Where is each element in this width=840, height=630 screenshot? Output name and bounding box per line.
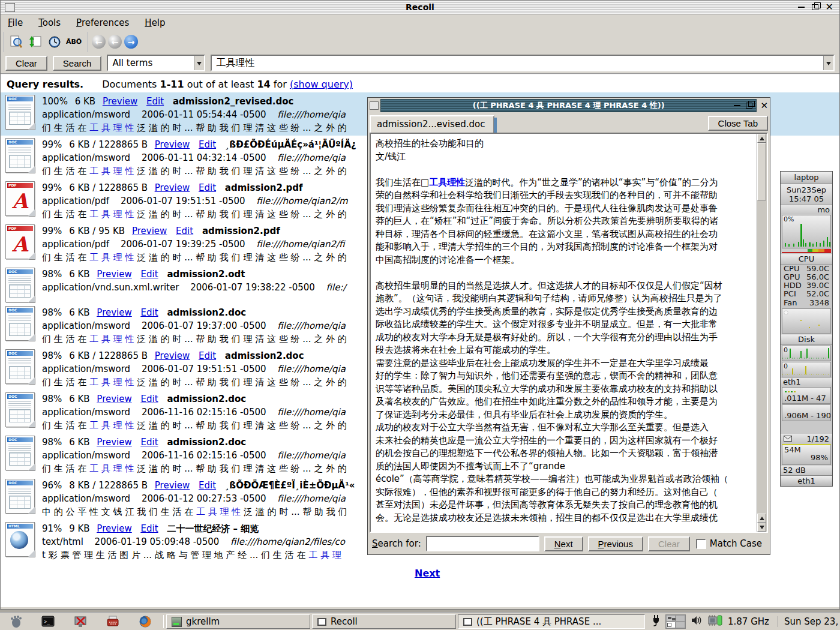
preview-link[interactable]: Preview: [155, 349, 190, 362]
preview-maximize-icon[interactable]: [746, 103, 752, 109]
menu-help[interactable]: Help: [145, 17, 165, 28]
volume-icon[interactable]: [691, 615, 703, 628]
result-snippet: 们 生 活 在 工 具 理 性 泛 滥 的 时 ... 帮 助 我 们 理 清 …: [42, 164, 356, 178]
preview-tab[interactable]: admission2...evised.doc: [370, 115, 494, 133]
edit-link[interactable]: Edit: [141, 392, 158, 406]
workspace-2[interactable]: [676, 615, 685, 622]
find-next-button[interactable]: Next: [544, 536, 583, 551]
scroll-up-icon[interactable]: [757, 514, 766, 523]
gkrellm-clock[interactable]: Sun23Sep 15:47 05: [781, 184, 832, 205]
preview-link[interactable]: Preview: [155, 138, 190, 151]
gkrellm-monitor: laptop Sun23Sep 15:47 05 mo 0% CPU: [780, 171, 833, 487]
result-snippet: 们 生 活 在 工 具 理 性 泛 滥 的 时 ... 帮 助 我 们 理 清 …: [42, 121, 354, 134]
power-plug-icon[interactable]: [651, 614, 661, 629]
preview-link[interactable]: Preview: [97, 436, 131, 449]
edit-link[interactable]: Edit: [199, 349, 216, 362]
net-tx-chart[interactable]: .906M - 190: [782, 404, 831, 421]
menu-preferences[interactable]: Preferences: [76, 17, 129, 28]
match-case-label: Match Case: [710, 538, 762, 549]
minimize-icon[interactable]: [798, 7, 805, 8]
preview-link[interactable]: Preview: [132, 224, 167, 238]
restore-icon[interactable]: [812, 4, 818, 10]
edit-link[interactable]: Edit: [176, 224, 193, 238]
document-text[interactable]: 高校招生的社会功能和目的 文/钱江 我们生活在□工具理性泛滥的时代。作为“世之显…: [371, 134, 757, 532]
preview-link[interactable]: Preview: [97, 392, 131, 406]
disk-write-chart[interactable]: 0: [782, 362, 831, 377]
scrollbar[interactable]: [757, 134, 767, 532]
disk-read-chart[interactable]: 0: [782, 346, 831, 361]
cpu-freq-icon[interactable]: [707, 614, 723, 629]
cpu-usage-chart[interactable]: 0%: [782, 215, 831, 248]
net-rx-chart[interactable]: .011M - 47: [782, 387, 831, 404]
modified-date: 2006-01-07 19:39:25 -0500: [121, 239, 245, 250]
chevron-down-icon[interactable]: [823, 56, 833, 70]
mail-row[interactable]: 1/192: [781, 434, 832, 443]
fan-chart[interactable]: [782, 308, 831, 334]
preview-link[interactable]: Preview: [97, 306, 131, 319]
clear-button[interactable]: Clear: [5, 56, 47, 71]
preview-titlebar[interactable]: ((工 PHRASE 4 具 PHRASE 4 理 PHRASE 4 性)) ✕: [370, 100, 768, 112]
edit-link[interactable]: Edit: [141, 268, 158, 281]
workspace-4[interactable]: [676, 622, 685, 628]
show-query-link[interactable]: (show query): [290, 79, 353, 90]
close-tab-button[interactable]: Close Tab: [708, 116, 768, 131]
workspace-3[interactable]: [666, 622, 676, 628]
panel-handle[interactable]: [163, 615, 164, 628]
preview-close-icon[interactable]: ✕: [760, 100, 768, 111]
edit-link[interactable]: Edit: [199, 479, 216, 492]
edit-link[interactable]: Edit: [141, 436, 158, 449]
next-page-icon[interactable]: →: [124, 35, 138, 49]
find-input[interactable]: [426, 536, 539, 551]
taskbar-clock[interactable]: Sun Sep 23, 3:47 PM: [778, 616, 840, 627]
preview-link[interactable]: Preview: [97, 522, 131, 535]
next-results-link[interactable]: Next: [415, 568, 440, 579]
edit-link[interactable]: Edit: [141, 522, 158, 535]
scroll-thumb[interactable]: [757, 143, 766, 200]
query-combobox[interactable]: [211, 55, 835, 71]
task-button[interactable]: ((工 PHRASE 4 具 PHRASE ...: [458, 614, 645, 629]
task-button[interactable]: Recoll: [312, 614, 456, 629]
preview-menu-icon[interactable]: [370, 101, 379, 110]
sort-parameters-icon[interactable]: [27, 34, 44, 50]
search-mode-select[interactable]: All terms: [107, 55, 205, 71]
preview-link[interactable]: Preview: [103, 95, 137, 108]
lock-screen-icon[interactable]: [73, 614, 88, 629]
menu-file[interactable]: File: [8, 17, 23, 28]
preview-link[interactable]: Preview: [155, 479, 190, 492]
window-titlebar[interactable]: Recoll ✕: [1, 1, 839, 14]
task-button[interactable]: gkrellm: [166, 614, 310, 629]
highlighted-term: 工 具 理 性: [89, 209, 134, 220]
search-input[interactable]: [212, 58, 823, 69]
edit-link[interactable]: Edit: [146, 95, 164, 108]
typewriter-icon[interactable]: [106, 614, 120, 629]
edit-link[interactable]: Edit: [141, 306, 158, 319]
close-icon[interactable]: ✕: [826, 3, 833, 11]
window-icon: [463, 618, 472, 626]
edit-link[interactable]: Edit: [199, 138, 216, 151]
volume-db: 52 dB: [781, 466, 832, 475]
scroll-up-icon[interactable]: [757, 134, 766, 143]
first-page-icon[interactable]: ←: [92, 35, 106, 49]
previous-page-icon[interactable]: ←: [108, 35, 122, 49]
memory-chart[interactable]: 54M 98%: [782, 444, 831, 465]
terminal-icon[interactable]: >_: [41, 614, 55, 629]
preview-minimize-icon[interactable]: [734, 105, 740, 106]
result-snippet: 们 生 活 在 工 具 理 性 泛 滥 的 时 ... 帮 助 我 们 理 清 …: [42, 376, 354, 389]
match-case-checkbox[interactable]: [696, 539, 706, 549]
firefox-icon[interactable]: [138, 614, 152, 629]
menu-tools[interactable]: Tools: [38, 17, 61, 28]
relevance-percent: 99%: [42, 139, 62, 150]
edit-link[interactable]: Edit: [199, 181, 216, 194]
preview-link[interactable]: Preview: [97, 268, 131, 281]
search-button[interactable]: Search: [53, 56, 102, 71]
find-previous-button[interactable]: Previous: [588, 536, 643, 551]
term-explorer-icon[interactable]: ÅBÔ: [65, 34, 82, 50]
workspace-1[interactable]: [666, 615, 676, 622]
history-clock-icon[interactable]: [46, 34, 63, 50]
workspace-pager[interactable]: [665, 614, 686, 629]
advanced-search-icon[interactable]: [8, 34, 25, 50]
chevron-down-icon[interactable]: [194, 56, 204, 70]
gnome-menu-icon[interactable]: [8, 614, 23, 629]
preview-link[interactable]: Preview: [155, 181, 190, 194]
scroll-down-icon[interactable]: [757, 523, 766, 532]
